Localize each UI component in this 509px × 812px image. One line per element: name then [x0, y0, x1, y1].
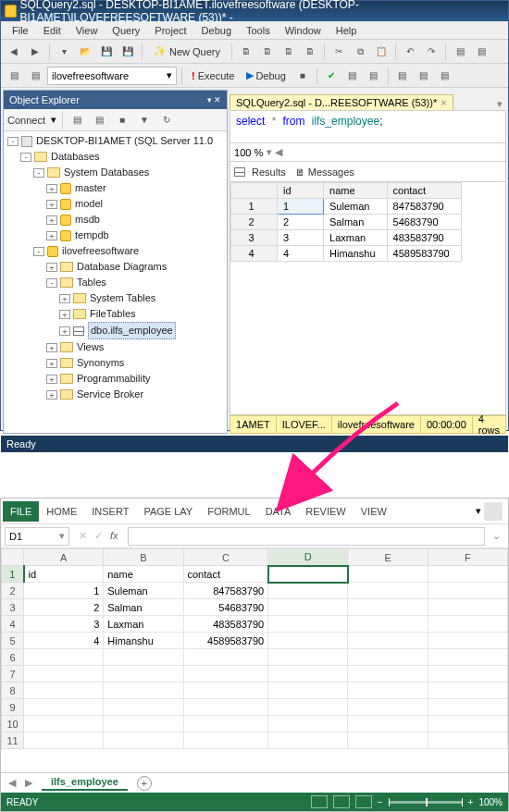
cell[interactable]	[24, 716, 104, 732]
col-header[interactable]: C	[183, 549, 268, 566]
cell[interactable]	[428, 649, 507, 666]
normal-view-icon[interactable]	[311, 795, 328, 808]
synonyms-node[interactable]: Synonyms	[77, 355, 124, 371]
tb-icon-6[interactable]: ▤	[472, 43, 490, 61]
res-file-icon[interactable]: ▤	[436, 67, 454, 85]
menu-view[interactable]: View	[68, 25, 106, 36]
cell[interactable]	[348, 732, 428, 749]
pin-icon[interactable]: ▾ ✕	[207, 95, 222, 105]
formula-input[interactable]	[128, 527, 485, 546]
nav-fwd-icon[interactable]: ▶	[26, 43, 44, 61]
layout-view-icon[interactable]	[333, 795, 350, 808]
cell[interactable]	[183, 732, 268, 749]
cell[interactable]	[268, 616, 348, 633]
row-header[interactable]: 11	[2, 732, 24, 749]
ribbon-file[interactable]: FILE	[3, 501, 39, 522]
col-name[interactable]: name	[324, 183, 388, 199]
emp-table-node[interactable]: dbo.ilfs_employee	[88, 322, 176, 339]
cell[interactable]	[348, 649, 428, 666]
cell[interactable]	[183, 649, 268, 666]
menu-debug[interactable]: Debug	[194, 25, 239, 36]
cell[interactable]: id	[24, 566, 104, 583]
cell[interactable]	[268, 633, 348, 649]
paste-icon[interactable]: 📋	[372, 43, 391, 61]
filetables-node[interactable]: FileTables	[90, 306, 136, 322]
cell[interactable]	[348, 566, 428, 583]
cell[interactable]	[183, 699, 268, 716]
cell[interactable]	[348, 666, 428, 683]
cut-icon[interactable]: ✂	[329, 43, 348, 61]
cell[interactable]	[428, 616, 507, 633]
change-conn-icon[interactable]: ▤	[26, 67, 44, 85]
cell[interactable]	[428, 599, 507, 616]
cell[interactable]	[24, 699, 104, 716]
tb-icon-5[interactable]: ▤	[451, 43, 469, 61]
undo-icon[interactable]: ↶	[401, 43, 419, 61]
user-avatar[interactable]	[484, 502, 503, 521]
connect-label[interactable]: Connect	[7, 115, 45, 126]
row-header[interactable]: 1	[2, 566, 24, 583]
cell[interactable]: 2	[278, 215, 324, 230]
cell[interactable]: Himanshu	[324, 246, 388, 262]
tb-icon-2[interactable]: 🗎	[258, 43, 277, 61]
results-grid[interactable]: idnamecontact 11Suleman847583790 22Salma…	[230, 182, 506, 415]
cell[interactable]: 3	[24, 616, 104, 633]
cancel-icon[interactable]: ✕	[79, 530, 87, 542]
stop2-icon[interactable]: ■	[113, 111, 131, 129]
cell[interactable]: 483583790	[387, 230, 461, 246]
cell[interactable]	[104, 699, 183, 716]
cell[interactable]: 847583790	[183, 583, 268, 599]
tables-node[interactable]: Tables	[77, 275, 106, 290]
userdb-node[interactable]: ilovefreesoftware	[62, 243, 139, 259]
col-id[interactable]: id	[278, 183, 324, 199]
cell[interactable]	[104, 732, 183, 749]
cell[interactable]	[348, 599, 428, 616]
zoom-pct[interactable]: 100%	[478, 797, 503, 807]
row-header[interactable]: 9	[2, 699, 24, 716]
cell[interactable]: 847583790	[387, 199, 461, 215]
redo-icon[interactable]: ↷	[422, 43, 441, 61]
cell[interactable]	[268, 683, 348, 699]
plan-icon[interactable]: ▤	[343, 67, 362, 85]
select-all[interactable]	[2, 549, 24, 566]
cell[interactable]	[268, 649, 348, 666]
svcbroker-node[interactable]: Service Broker	[77, 387, 143, 402]
cell[interactable]	[428, 633, 507, 649]
cell[interactable]	[348, 716, 428, 732]
cell[interactable]: Suleman	[324, 199, 388, 215]
menu-edit[interactable]: Edit	[36, 25, 68, 36]
spreadsheet-grid[interactable]: A B C D E F 1idnamecontact21Suleman84758…	[1, 548, 508, 749]
cell[interactable]	[268, 566, 348, 583]
cell[interactable]	[428, 716, 507, 732]
nav-back-icon[interactable]: ◀	[5, 43, 23, 61]
database-dropdown[interactable]: ilovefreesoftware ▾	[47, 67, 177, 85]
server-node[interactable]: DESKTOP-BI1AMET (SQL Server 11.0	[36, 133, 213, 149]
cell[interactable]	[183, 666, 268, 683]
tab-dropdown-icon[interactable]: ▾	[493, 98, 506, 110]
cell[interactable]	[104, 649, 183, 666]
doc-tab[interactable]: SQLQuery2.sql - D...REESOFTWARE (53))* ×	[230, 94, 453, 110]
menu-project[interactable]: Project	[147, 25, 193, 36]
databases-node[interactable]: Databases	[51, 149, 100, 165]
col-header[interactable]: D	[268, 549, 348, 566]
row-header[interactable]: 5	[2, 633, 24, 649]
menu-query[interactable]: Query	[105, 25, 147, 36]
row-header[interactable]: 10	[2, 716, 24, 732]
object-tree[interactable]: -DESKTOP-BI1AMET (SQL Server 11.0 -Datab…	[4, 131, 227, 433]
tb-icon-3[interactable]: 🗎	[279, 43, 298, 61]
save-all-icon[interactable]: 💾	[118, 43, 137, 61]
chevron-down-icon[interactable]: ▾	[476, 505, 481, 517]
cell[interactable]: Laxman	[104, 616, 183, 633]
cell[interactable]: contact	[183, 566, 268, 583]
prog-node[interactable]: Programmability	[77, 371, 150, 387]
sql-editor[interactable]: select * from ilfs_employee;	[230, 110, 506, 143]
debug-button[interactable]: ▶ Debug	[242, 67, 290, 85]
cell[interactable]: 3	[278, 230, 324, 246]
cell[interactable]	[428, 699, 507, 716]
cell[interactable]	[348, 616, 428, 633]
ribbon-formulas[interactable]: FORMUL	[200, 501, 257, 522]
cell[interactable]	[268, 732, 348, 749]
cell[interactable]	[24, 683, 104, 699]
cell[interactable]: 1	[278, 199, 324, 215]
sheet-area[interactable]: A B C D E F 1idnamecontact21Suleman84758…	[1, 548, 508, 772]
